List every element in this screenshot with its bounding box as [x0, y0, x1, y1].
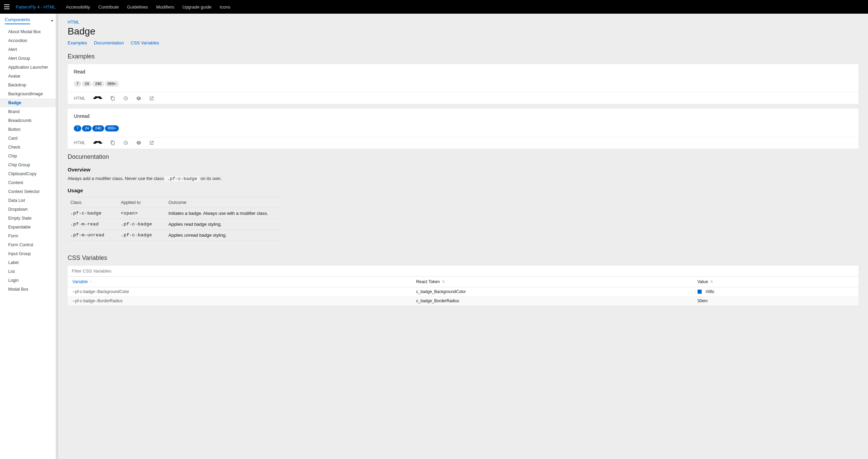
sidebar-item-application-launcher[interactable]: Application Launcher [0, 63, 58, 72]
sidebar-item-backdrop[interactable]: Backdrop [0, 81, 58, 89]
topnav-link-accessibility[interactable]: Accessibility [66, 4, 90, 10]
sidebar-item-empty-state[interactable]: Empty State [0, 214, 58, 223]
sidebar-item-label[interactable]: Label [0, 258, 58, 267]
badge-read: 7 [74, 81, 81, 87]
handlebars-icon[interactable] [93, 140, 102, 146]
sidebar-item-data-list[interactable]: Data List [0, 196, 58, 205]
sidebar-item-form-control[interactable]: Form Control [0, 240, 58, 249]
cssvars-heading: CSS Variables [68, 254, 858, 262]
sidebar-item-backgroundimage[interactable]: BackgroundImage [0, 89, 58, 98]
example-body: 724240999+ [68, 78, 858, 93]
sidebar: Components ▾ About Modal BoxAccordionAle… [0, 14, 58, 459]
overview-code: .pf-c-badge [165, 176, 199, 182]
sidebar-item-clipboardcopy[interactable]: ClipboardCopy [0, 169, 58, 178]
page: Components ▾ About Modal BoxAccordionAle… [0, 14, 868, 459]
history-icon[interactable] [123, 140, 128, 145]
documentation-heading: Documentation [68, 153, 858, 161]
sidebar-item-breadcrumb[interactable]: Breadcrumb [0, 116, 58, 125]
usage-applied: .pf-c-badge [118, 230, 166, 240]
sidebar-section-components[interactable]: Components ▾ [0, 14, 58, 27]
external-link-icon[interactable] [149, 96, 154, 101]
tab-css-variables[interactable]: CSS Variables [131, 40, 160, 45]
badge-read: 24 [82, 81, 92, 87]
sidebar-item-alert-group[interactable]: Alert Group [0, 54, 58, 63]
topnav-link-upgrade-guide[interactable]: Upgrade guide [182, 4, 211, 10]
usage-class: .pf-m-unread [68, 230, 118, 240]
brand-link[interactable]: PatternFly 4 - HTML [16, 4, 56, 10]
footer-html-label[interactable]: HTML [74, 140, 85, 145]
cssvars-col-variable[interactable]: Variable ↑ [72, 279, 416, 284]
sidebar-item-form[interactable]: Form [0, 232, 58, 240]
usage-applied: .pf-c-badge [118, 219, 166, 230]
sidebar-item-modal-box[interactable]: Modal Box [0, 285, 58, 294]
example-body: 724240999+ [68, 122, 858, 137]
handlebars-icon[interactable] [93, 95, 102, 101]
page-title: Badge [68, 26, 858, 37]
sort-icon: ⇅ [710, 280, 713, 283]
sidebar-item-input-group[interactable]: Input Group [0, 249, 58, 258]
hamburger-icon[interactable] [3, 3, 11, 11]
sort-asc-icon: ↑ [90, 280, 92, 283]
sidebar-item-accordion[interactable]: Accordion [0, 36, 58, 45]
masthead: PatternFly 4 - HTML AccessibilityContrib… [0, 0, 868, 14]
sidebar-item-brand[interactable]: Brand [0, 107, 58, 116]
top-nav: AccessibilityContributeGuidelinesModifie… [66, 4, 230, 10]
badge-unread: 7 [74, 125, 81, 131]
cssvar-value: #06c [698, 289, 854, 294]
overview-heading: Overview [68, 167, 858, 172]
cssvars-filter-input[interactable] [68, 266, 858, 276]
copy-icon[interactable] [110, 140, 115, 145]
codepen-icon[interactable] [136, 140, 141, 145]
sidebar-item-expandable[interactable]: Expandable [0, 223, 58, 232]
history-icon[interactable] [123, 96, 128, 101]
sidebar-item-about-modal-box[interactable]: About Modal Box [0, 27, 58, 36]
sidebar-item-button[interactable]: Button [0, 125, 58, 134]
sidebar-item-chip-group[interactable]: Chip Group [0, 161, 58, 169]
overview-text: Always add a modifier class. Never use t… [68, 176, 858, 181]
badge-unread: 240 [92, 125, 104, 131]
cssvar-react-token: c_badge_BackgroundColor [416, 289, 697, 294]
topnav-link-icons[interactable]: Icons [220, 4, 230, 10]
usage-class: .pf-m-read [68, 219, 118, 230]
sidebar-item-chip[interactable]: Chip [0, 152, 58, 161]
tab-examples[interactable]: Examples [68, 40, 87, 45]
usage-heading: Usage [68, 187, 858, 193]
example-title: Read [68, 64, 858, 78]
footer-html-label[interactable]: HTML [74, 96, 85, 101]
breadcrumb[interactable]: HTML [68, 20, 858, 25]
codepen-icon[interactable] [136, 96, 141, 101]
badge-unread: 24 [82, 125, 92, 131]
example-title: Unread [68, 109, 858, 122]
tab-documentation[interactable]: Documentation [94, 40, 124, 45]
topnav-link-contribute[interactable]: Contribute [98, 4, 119, 10]
example-card-unread: Unread724240999+HTML [68, 109, 858, 148]
topnav-link-modifiers[interactable]: Modifiers [156, 4, 174, 10]
sidebar-item-avatar[interactable]: Avatar [0, 72, 58, 81]
sidebar-item-check[interactable]: Check [0, 143, 58, 152]
sidebar-item-context-selector[interactable]: Context Selector [0, 187, 58, 196]
cssvars-row: --pf-c-badge--BorderRadiusc_badge_Border… [68, 296, 858, 306]
cssvars-col-react-token[interactable]: React Token ⇅ [416, 279, 697, 284]
usage-col-outcome: Outcome [166, 197, 282, 208]
cssvars-header-row: Variable ↑ React Token ⇅ Value ⇅ [68, 276, 858, 287]
sidebar-item-list[interactable]: List [0, 267, 58, 276]
sidebar-item-card[interactable]: Card [0, 134, 58, 143]
usage-outcome: Applies read badge styling. [166, 219, 282, 230]
sidebar-item-login[interactable]: Login [0, 276, 58, 285]
topnav-link-guidelines[interactable]: Guidelines [127, 4, 148, 10]
external-link-icon[interactable] [149, 140, 154, 145]
usage-row: .pf-m-read.pf-c-badgeApplies read badge … [68, 219, 282, 230]
usage-col-applied-to: Applied to [118, 197, 166, 208]
sidebar-item-badge[interactable]: Badge [0, 98, 58, 107]
sidebar-item-dropdown[interactable]: Dropdown [0, 205, 58, 214]
badge-read: 240 [92, 81, 104, 87]
sidebar-item-content[interactable]: Content [0, 178, 58, 187]
sidebar-item-alert[interactable]: Alert [0, 45, 58, 54]
main-content: HTML Badge ExamplesDocumentationCSS Vari… [58, 14, 868, 459]
copy-icon[interactable] [110, 96, 115, 101]
cssvars-col-value[interactable]: Value ⇅ [698, 279, 854, 284]
overview-text-after: on its own. [201, 176, 222, 181]
cssvar-variable: --pf-c-badge--BorderRadius [72, 298, 416, 303]
cssvars-row: --pf-c-badge--BackgroundColorc_badge_Bac… [68, 287, 858, 296]
cssvar-value: 30em [698, 298, 854, 303]
